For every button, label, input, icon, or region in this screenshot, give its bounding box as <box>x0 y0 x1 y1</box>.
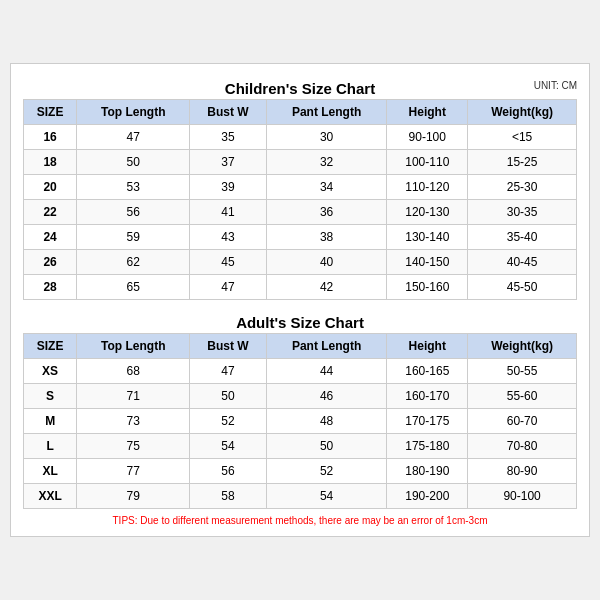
table-cell: 37 <box>190 150 266 175</box>
table-cell: 190-200 <box>387 484 468 509</box>
table-cell: 59 <box>77 225 190 250</box>
chart-container: Children's Size Chart UNIT: CM SIZE Top … <box>10 63 590 537</box>
table-cell: 38 <box>266 225 387 250</box>
table-cell: 40 <box>266 250 387 275</box>
table-cell: 47 <box>190 275 266 300</box>
table-cell: 68 <box>77 359 190 384</box>
table-cell: 140-150 <box>387 250 468 275</box>
table-cell: 52 <box>190 409 266 434</box>
table-cell: 22 <box>24 200 77 225</box>
table-cell: 30-35 <box>468 200 577 225</box>
table-cell: L <box>24 434 77 459</box>
table-cell: 48 <box>266 409 387 434</box>
col-header-pant-length-adult: Pant Length <box>266 334 387 359</box>
table-row: 18503732100-11015-25 <box>24 150 577 175</box>
table-cell: 54 <box>266 484 387 509</box>
table-cell: 50-55 <box>468 359 577 384</box>
table-cell: 120-130 <box>387 200 468 225</box>
table-cell: 50 <box>77 150 190 175</box>
table-row: S715046160-17055-60 <box>24 384 577 409</box>
table-cell: 20 <box>24 175 77 200</box>
table-cell: XL <box>24 459 77 484</box>
table-row: 1647353090-100<15 <box>24 125 577 150</box>
adult-section-title: Adult's Size Chart <box>23 308 577 333</box>
unit-label: UNIT: CM <box>534 80 577 91</box>
table-cell: 62 <box>77 250 190 275</box>
table-cell: 180-190 <box>387 459 468 484</box>
col-header-height: Height <box>387 100 468 125</box>
table-cell: 50 <box>190 384 266 409</box>
table-cell: S <box>24 384 77 409</box>
table-cell: 47 <box>77 125 190 150</box>
col-header-size-adult: SIZE <box>24 334 77 359</box>
table-cell: 44 <box>266 359 387 384</box>
table-cell: 41 <box>190 200 266 225</box>
table-cell: 32 <box>266 150 387 175</box>
col-header-height-adult: Height <box>387 334 468 359</box>
table-cell: 100-110 <box>387 150 468 175</box>
table-cell: 56 <box>77 200 190 225</box>
table-cell: 34 <box>266 175 387 200</box>
children-size-table: SIZE Top Length Bust W Pant Length Heigh… <box>23 99 577 300</box>
tips-text: TIPS: Due to different measurement metho… <box>23 515 577 526</box>
table-cell: 130-140 <box>387 225 468 250</box>
table-cell: 53 <box>77 175 190 200</box>
table-cell: 54 <box>190 434 266 459</box>
table-cell: 65 <box>77 275 190 300</box>
table-cell: 46 <box>266 384 387 409</box>
table-cell: 50 <box>266 434 387 459</box>
table-cell: 75 <box>77 434 190 459</box>
table-cell: 36 <box>266 200 387 225</box>
table-cell: 43 <box>190 225 266 250</box>
table-cell: 15-25 <box>468 150 577 175</box>
table-cell: 24 <box>24 225 77 250</box>
adult-size-table: SIZE Top Length Bust W Pant Length Heigh… <box>23 333 577 509</box>
table-cell: 90-100 <box>468 484 577 509</box>
table-cell: 45-50 <box>468 275 577 300</box>
children-header-row: SIZE Top Length Bust W Pant Length Heigh… <box>24 100 577 125</box>
table-row: 24594338130-14035-40 <box>24 225 577 250</box>
table-cell: XXL <box>24 484 77 509</box>
table-cell: <15 <box>468 125 577 150</box>
table-row: 20533934110-12025-30 <box>24 175 577 200</box>
table-cell: 56 <box>190 459 266 484</box>
table-cell: 16 <box>24 125 77 150</box>
table-row: M735248170-17560-70 <box>24 409 577 434</box>
table-cell: 160-165 <box>387 359 468 384</box>
table-cell: 39 <box>190 175 266 200</box>
col-header-weight: Weight(kg) <box>468 100 577 125</box>
table-cell: 73 <box>77 409 190 434</box>
table-row: XXL795854190-20090-100 <box>24 484 577 509</box>
col-header-top-length-adult: Top Length <box>77 334 190 359</box>
children-section-title: Children's Size Chart UNIT: CM <box>23 74 577 99</box>
table-row: XS684744160-16550-55 <box>24 359 577 384</box>
table-cell: 30 <box>266 125 387 150</box>
table-cell: 40-45 <box>468 250 577 275</box>
adult-title-text: Adult's Size Chart <box>236 314 364 331</box>
table-row: 26624540140-15040-45 <box>24 250 577 275</box>
table-cell: 35-40 <box>468 225 577 250</box>
table-cell: 42 <box>266 275 387 300</box>
table-row: 28654742150-16045-50 <box>24 275 577 300</box>
table-row: L755450175-18070-80 <box>24 434 577 459</box>
table-cell: 90-100 <box>387 125 468 150</box>
table-cell: 110-120 <box>387 175 468 200</box>
table-cell: 71 <box>77 384 190 409</box>
table-cell: 58 <box>190 484 266 509</box>
table-cell: 170-175 <box>387 409 468 434</box>
adult-header-row: SIZE Top Length Bust W Pant Length Heigh… <box>24 334 577 359</box>
table-cell: 77 <box>77 459 190 484</box>
table-cell: M <box>24 409 77 434</box>
col-header-weight-adult: Weight(kg) <box>468 334 577 359</box>
table-cell: 55-60 <box>468 384 577 409</box>
table-row: XL775652180-19080-90 <box>24 459 577 484</box>
table-row: 22564136120-13030-35 <box>24 200 577 225</box>
table-cell: XS <box>24 359 77 384</box>
col-header-pant-length: Pant Length <box>266 100 387 125</box>
col-header-size: SIZE <box>24 100 77 125</box>
table-cell: 80-90 <box>468 459 577 484</box>
table-cell: 70-80 <box>468 434 577 459</box>
table-cell: 60-70 <box>468 409 577 434</box>
table-cell: 18 <box>24 150 77 175</box>
table-cell: 175-180 <box>387 434 468 459</box>
